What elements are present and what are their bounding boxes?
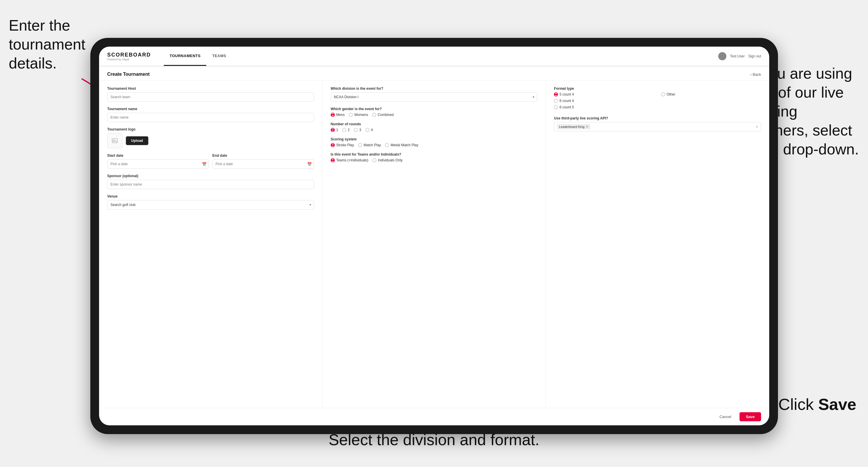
start-date-label: Start date	[107, 154, 209, 158]
rounds-label: Number of rounds	[331, 122, 537, 126]
format-5count4[interactable]: 5 count 4	[554, 92, 654, 96]
gender-womens[interactable]: Womens	[349, 113, 368, 117]
radio-dot-mens	[331, 113, 335, 117]
radio-dot-combined	[372, 113, 376, 117]
save-button[interactable]: Save	[740, 412, 761, 421]
format-other-label: Other	[666, 92, 675, 96]
sponsor-input[interactable]	[107, 180, 314, 189]
form-col-3: Format type 5 count 4 Other	[546, 81, 769, 408]
start-date-input[interactable]	[107, 159, 209, 169]
sponsor-group: Sponsor (optional)	[107, 174, 314, 189]
gender-mens[interactable]: Mens	[331, 113, 345, 117]
teams-teams[interactable]: Teams (+Individuals)	[331, 158, 368, 162]
teams-group: Is this event for Teams and/or Individua…	[331, 152, 537, 162]
scoring-medal[interactable]: Medal Match Play	[385, 143, 418, 147]
tournament-name-input[interactable]	[107, 113, 314, 122]
logo-upload-area: Upload	[107, 133, 314, 148]
radio-dot-individuals	[372, 158, 376, 162]
user-name: Test User	[730, 54, 745, 58]
rounds-2[interactable]: 2	[342, 128, 350, 132]
format-6count4-label: 6 count 4	[559, 99, 574, 103]
radio-dot-r4	[365, 128, 369, 132]
radio-dot-6c4	[554, 99, 558, 103]
scoring-stroke-label: Stroke Play	[336, 143, 354, 147]
start-date-group: Start date 📅	[107, 154, 209, 169]
nav-tabs: TOURNAMENTS TEAMS	[164, 46, 232, 66]
venue-select-wrapper: Search golf club	[107, 200, 314, 210]
tournament-logo-group: Tournament logo Upload	[107, 127, 314, 148]
end-date-input[interactable]	[212, 159, 314, 169]
end-date-group: End date 📅	[212, 154, 314, 169]
scoring-match-label: Match Play	[364, 143, 381, 147]
logo-placeholder	[107, 133, 122, 148]
division-label: Which division is the event for?	[331, 87, 537, 91]
tournament-host-label: Tournament Host	[107, 87, 314, 91]
end-date-wrapper: 📅	[212, 159, 314, 169]
nav-user: Test User Sign out	[718, 52, 761, 60]
app-logo: SCOREBOARD Powered by Clippit	[107, 52, 151, 61]
nav-tab-teams[interactable]: TEAMS	[206, 46, 232, 66]
format-other[interactable]: Other	[661, 92, 761, 96]
app-container: SCOREBOARD Powered by Clippit TOURNAMENT…	[99, 46, 769, 425]
api-chip-close[interactable]: ✕	[586, 125, 589, 129]
cancel-button[interactable]: Cancel	[715, 412, 736, 421]
teams-teams-label: Teams (+Individuals)	[336, 158, 368, 162]
api-value: Leaderboard King	[559, 125, 584, 128]
division-group: Which division is the event for? NCAA Di…	[331, 87, 537, 102]
rounds-3-label: 3	[359, 128, 361, 132]
api-chip-wrapper[interactable]: Leaderboard King ✕ ▾	[554, 122, 761, 131]
form-col-2: Which division is the event for? NCAA Di…	[322, 81, 546, 408]
radio-dot-5c4	[554, 92, 558, 96]
nav-tab-tournaments[interactable]: TOURNAMENTS	[164, 46, 206, 66]
signout-link[interactable]: Sign out	[748, 54, 761, 58]
form-footer: Cancel Save	[99, 408, 769, 425]
scoring-stroke[interactable]: Stroke Play	[331, 143, 354, 147]
dates-group: Start date 📅 End date 📅	[107, 154, 314, 169]
rounds-4[interactable]: 4	[365, 128, 373, 132]
page-title: Create Tournament	[107, 72, 150, 77]
teams-label: Is this event for Teams and/or Individua…	[331, 152, 537, 156]
rounds-1[interactable]: 1	[331, 128, 338, 132]
logo-title: SCOREBOARD	[107, 52, 151, 58]
scoring-radio-group: Stroke Play Match Play Medal Match Play	[331, 143, 537, 147]
form-area: Tournament Host Tournament name Tourname…	[99, 81, 769, 408]
teams-individuals[interactable]: Individuals Only	[372, 158, 403, 162]
sponsor-label: Sponsor (optional)	[107, 174, 314, 178]
scoring-medal-label: Medal Match Play	[391, 143, 418, 147]
scoring-label: Scoring system	[331, 137, 537, 141]
scoring-match[interactable]: Match Play	[358, 143, 381, 147]
format-type-group: Format type 5 count 4 Other	[554, 87, 761, 109]
format-type-grid: 5 count 4 Other 6 count 4	[554, 92, 761, 109]
radio-dot-match	[358, 143, 362, 147]
gender-combined[interactable]: Combined	[372, 113, 394, 117]
radio-dot-other	[661, 92, 665, 96]
tablet-device: SCOREBOARD Powered by Clippit TOURNAMENT…	[90, 38, 778, 434]
gender-combined-label: Combined	[378, 113, 394, 117]
format-6count4[interactable]: 6 count 4	[554, 99, 654, 103]
radio-dot-medal	[385, 143, 389, 147]
date-row: Start date 📅 End date 📅	[107, 154, 314, 169]
format-6count5[interactable]: 6 count 5	[554, 105, 654, 109]
tournament-host-input[interactable]	[107, 92, 314, 102]
radio-dot-6c5	[554, 105, 558, 109]
back-link[interactable]: Back	[750, 72, 761, 76]
division-select-wrapper: NCAA Division I	[331, 92, 537, 102]
venue-group: Venue Search golf club	[107, 194, 314, 210]
page-header: Create Tournament Back	[99, 66, 769, 81]
upload-button[interactable]: Upload	[126, 136, 148, 145]
logo-sub: Powered by Clippit	[107, 58, 151, 61]
rounds-group: Number of rounds 1 2	[331, 122, 537, 132]
venue-select[interactable]: Search golf club	[107, 200, 314, 210]
rounds-4-label: 4	[371, 128, 373, 132]
tournament-logo-label: Tournament logo	[107, 127, 314, 131]
division-select[interactable]: NCAA Division I	[331, 92, 537, 102]
tablet-screen: SCOREBOARD Powered by Clippit TOURNAMENT…	[99, 46, 769, 425]
teams-radio-group: Teams (+Individuals) Individuals Only	[331, 158, 537, 162]
gender-womens-label: Womens	[354, 113, 368, 117]
chevron-down-icon: ▾	[756, 125, 758, 129]
rounds-3[interactable]: 3	[354, 128, 361, 132]
scoring-group: Scoring system Stroke Play Match Play	[331, 137, 537, 147]
gender-group: Which gender is the event for? Mens Wome…	[331, 107, 537, 117]
annotation-bottomright: Click Save	[778, 394, 856, 414]
api-chip: Leaderboard King ✕	[557, 124, 590, 129]
